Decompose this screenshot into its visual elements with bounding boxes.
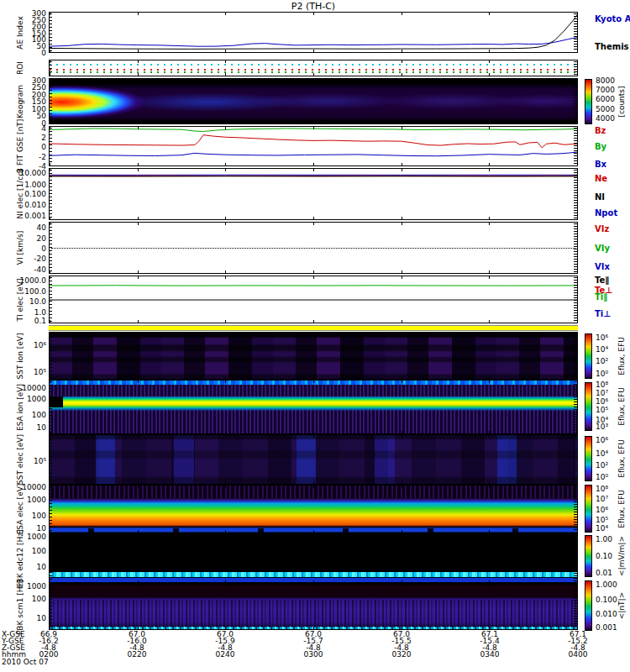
colorbar-tick-keogram-3: 5000 [596,105,615,113]
panel-roi [49,60,578,76]
colorbar-tick-esa_elec-3: 10⁵ [596,516,608,524]
x-tick [577,60,578,63]
colorbar-tick-esa_ion-1: 10⁷ [596,389,608,397]
x-tick [225,585,226,587]
data-gap-patch [50,396,63,407]
x-tick [225,50,226,52]
x-tick [402,270,402,273]
x-tick [313,431,314,433]
x-tick [489,276,490,279]
x-tick [313,127,314,129]
x-tick [402,481,402,484]
quality-flag-bar [49,325,578,331]
ytick-temp-3: 1.0 [34,308,46,316]
x-tick [577,435,578,438]
x-tick [402,60,402,63]
colorbar-tick-esa_ion-0: 10⁸ [596,381,608,389]
x-tick [313,320,314,323]
ytick-esa_elec-0: 10000 [22,484,46,491]
x-tick [138,381,139,383]
x-tick [489,435,490,438]
x-tick [489,627,490,629]
x-tick [577,270,578,273]
colorbar-tick-esa_ion-5: 10³ [596,423,608,431]
x-tick [489,534,490,537]
x-tick [489,580,490,583]
ytick-bfit-2: 0 [41,144,46,151]
x-tick [50,435,50,438]
series-label-vel: VIz [595,225,609,234]
ytick-esa_ion-0: 10000 [22,385,46,392]
x-tick [225,79,226,81]
ytick-vel-0: 40 [37,224,46,232]
x-tick [489,223,490,225]
x-tick [402,13,402,15]
x-tick [225,376,226,379]
x-tick [402,217,402,219]
x-tick [489,169,490,171]
x-tick [225,580,226,583]
ytick-bfit-3: -2 [39,153,46,160]
x-tick [225,270,226,273]
colorbar-fbk-edc12 [585,535,592,577]
colorbar-tick-sst_elec-0: 10⁶ [596,436,608,444]
series-label-bfit: By [595,143,606,151]
x-tick [577,127,578,129]
panel-fbk-edc12: 100010010 [49,533,578,584]
x-tick [313,79,314,81]
ytick-bfit-1: 2 [41,134,46,142]
colorbar-sst-elec [585,436,592,481]
x-tick [138,127,139,129]
x-tick [313,121,314,123]
axis-label-roi: ROI [16,61,24,75]
x-tick [50,73,50,76]
x-tick [313,163,314,165]
ytick-den-4: 0.001 [24,212,46,219]
axis-label-fbk_edc: FBK edc12 [Hz] [16,529,24,587]
panel-esa-ion: 10000100010010 [49,380,578,434]
ytick-vel-2: 0 [41,245,46,253]
x-tick [138,530,139,533]
x-tick [138,73,139,76]
series-label-ae: Themis AE [595,43,630,51]
x-tick [50,79,50,81]
ytick-esa_elec-2: 100 [32,512,46,519]
colorbar-tick-esa_elec-4: 10⁴ [596,524,608,533]
x-tick [138,121,139,123]
colorbar-fbk-scm1 [585,580,592,631]
x-tick [50,585,50,587]
x-tick [489,50,490,52]
x-tick [489,530,490,533]
colorbar-sst-ion [585,333,592,379]
axis-label-ae: AE Index [16,16,24,49]
series-line-Themis AE [50,15,577,50]
x-tick [489,585,490,587]
colorbar-tick-sst_ion-1: 10⁴ [596,345,608,354]
x-tick [50,320,50,323]
x-tick [138,627,139,629]
x-tick [489,121,490,123]
x-tick [138,270,139,273]
x-tick [402,169,402,171]
colorbar-unit-esa_ion: Eflux, EFU [617,387,626,426]
x-tick [402,534,402,537]
ytick-sst_ion-1: 10⁵ [34,368,46,375]
x-tick [138,13,139,15]
ytick-vel-3: -20 [34,255,46,263]
axis-label-temp: TI elec [eV] [16,278,24,321]
x-tick [313,486,314,488]
x-tick [225,276,226,279]
panel-velocity: 40200-20-40VIzVIyVIx [49,222,578,274]
axis-label-fbk_scm: FBK scm1 [Hz] [16,580,24,635]
x-tick [225,60,226,63]
colorbar-tick-esa_ion-2: 10⁶ [596,397,608,406]
x-tick [225,127,226,129]
x-tick [50,481,50,484]
axis-label-bfit: B FIT GSE [nT] [16,119,24,174]
colorbar-esa-ion [585,382,592,431]
axis-value: 0400 [569,651,588,658]
panel-sst-elec: 10⁵ [49,434,578,485]
x-tick [50,163,50,165]
x-tick [138,435,139,438]
x-tick [313,60,314,63]
